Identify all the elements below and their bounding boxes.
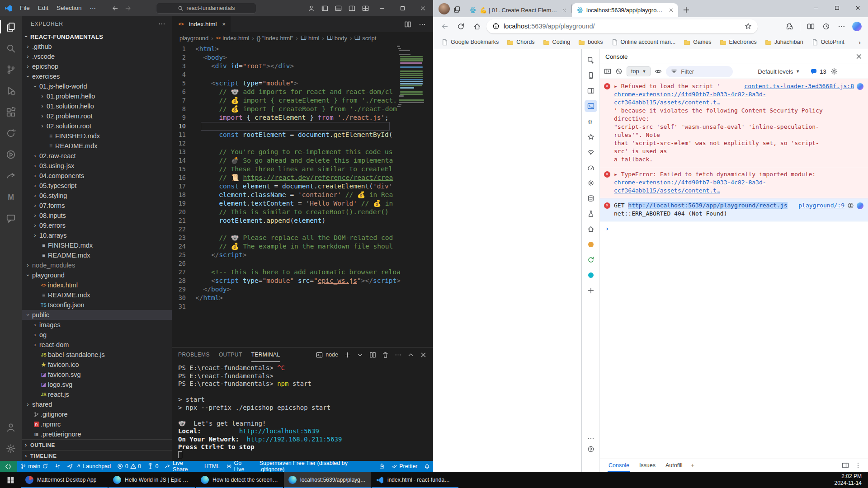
status-git-branch[interactable]: main <box>17 461 52 472</box>
close-panel-icon[interactable] <box>420 352 427 358</box>
code-line[interactable]: 7 // 💰 import { createElement } from './… <box>172 96 433 105</box>
activity-source-control[interactable] <box>0 59 22 80</box>
tree-item[interactable]: .gitignore <box>22 409 172 419</box>
code-line[interactable]: 31 <box>172 302 433 311</box>
breadcrumb-segment[interactable]: body <box>327 35 347 42</box>
reload-page-icon[interactable] <box>454 19 467 33</box>
code-line[interactable]: 25 </script> <box>172 251 433 259</box>
tree-item[interactable]: ›02.solution.root <box>22 121 172 131</box>
status-notifications[interactable] <box>421 461 434 472</box>
devtool-refresh-tools[interactable] <box>585 253 597 266</box>
minimize-window[interactable] <box>806 0 826 15</box>
code-editor[interactable]: 1<html>2 <body>3 <div id="root"></div>45… <box>172 44 433 347</box>
code-line[interactable]: 1<html> <box>172 45 433 53</box>
tree-item[interactable]: ›node_modules <box>22 260 172 270</box>
browser-tab-2[interactable]: localhost:5639/app/playground/ <box>572 3 678 17</box>
tree-item[interactable]: JSreact.js <box>22 389 172 399</box>
terminal-output[interactable]: PS E:\react-fundamentals> ^CPS E:\react-… <box>172 362 433 461</box>
explorer-root-folder[interactable]: › REACT-FUNDAMENTALS <box>22 32 172 42</box>
tree-item[interactable]: ›react-dom <box>22 340 172 350</box>
quickview-add-icon[interactable]: + <box>688 462 698 469</box>
tree-item[interactable]: ›.github <box>22 42 172 52</box>
menu-edit[interactable]: Edit <box>34 3 52 13</box>
devtool-welcome[interactable] <box>585 223 597 235</box>
taskbar-item[interactable]: index.html - react-fundamentals -... <box>372 472 458 488</box>
tree-item[interactable]: ›01.solution.hello <box>22 101 172 111</box>
activity-search[interactable] <box>0 38 22 59</box>
tree-item[interactable]: n.npmrc <box>22 419 172 429</box>
maximize-window[interactable] <box>392 0 413 16</box>
favorite-star-icon[interactable] <box>745 23 752 30</box>
code-line[interactable]: 17 const element = document.createElemen… <box>172 182 433 191</box>
close-tab-icon[interactable]: × <box>222 21 226 28</box>
message-link[interactable]: chrome-extension://4fd90fb7-b033-4c82-8a… <box>614 179 766 194</box>
breadcrumb-segment[interactable]: {} "index.html" <box>257 35 293 42</box>
minimap[interactable] <box>397 46 426 110</box>
code-line[interactable]: 15 // These three lines are similar to c… <box>172 165 433 174</box>
status-prettier[interactable]: Prettier <box>388 461 421 472</box>
code-line[interactable]: 26 <box>172 259 433 268</box>
more-actions-icon[interactable] <box>395 352 401 358</box>
devtool-console[interactable] <box>585 100 597 112</box>
code-line[interactable]: 16 // 📜 https://react.dev/reference/reac… <box>172 174 433 182</box>
status-supermaven[interactable]: Supermaven Free Tier (disabled by .gitig… <box>256 461 376 472</box>
code-line[interactable]: 5 <script type="module"> <box>172 79 433 88</box>
status-language-mode[interactable]: HTML <box>201 461 223 472</box>
log-levels-selector[interactable]: Default levels▼ <box>758 68 800 75</box>
quickview-tab-issues[interactable]: Issues <box>634 459 660 472</box>
message-link[interactable]: chrome-extension://4fd90fb7-b033-4c82-8a… <box>614 91 766 106</box>
menu-selection[interactable]: Selection <box>52 3 86 13</box>
issues-counter[interactable]: 13 <box>810 68 826 75</box>
editor-more-actions-icon[interactable] <box>419 21 426 28</box>
menu-more[interactable]: ⋯ <box>86 3 100 13</box>
menu-file[interactable]: File <box>16 3 34 13</box>
start-button[interactable] <box>0 472 21 488</box>
go-back-icon[interactable] <box>438 19 451 33</box>
code-line[interactable]: 24 // 💰 The example in the markdown file… <box>172 242 433 251</box>
copilot-explain-icon[interactable] <box>857 83 863 90</box>
breadcrumb-segment[interactable]: <>index.html <box>216 35 250 42</box>
bookmark-item[interactable]: Juhachiban <box>761 37 807 47</box>
bookmark-item[interactable]: Chords <box>503 37 538 47</box>
context-selector[interactable]: top▼ <box>627 66 651 76</box>
history-icon[interactable] <box>819 19 833 33</box>
quickview-more-icon[interactable] <box>854 462 862 469</box>
source-link[interactable]: content.ts-loader-3ed3668f.js:8 <box>744 82 854 90</box>
toggle-secondary-sidebar-icon[interactable] <box>345 0 359 16</box>
code-line[interactable]: 20 // This is similar to createRoot().re… <box>172 208 433 216</box>
code-line[interactable]: 10 <box>172 122 433 131</box>
dock-side-icon[interactable] <box>842 462 849 469</box>
devtool-network[interactable] <box>585 146 597 158</box>
clear-console-icon[interactable] <box>615 68 623 75</box>
code-line[interactable]: 6 // 🐨 add imports for react and react-d… <box>172 88 433 96</box>
split-terminal-icon[interactable] <box>369 352 376 358</box>
go-forward-icon[interactable] <box>125 5 132 12</box>
code-line[interactable]: 4 <box>172 70 433 79</box>
maximize-panel-icon[interactable] <box>407 352 414 358</box>
close-window[interactable] <box>847 0 868 15</box>
code-line[interactable]: 12 <box>172 139 433 148</box>
taskbar-item[interactable]: Hello World in JS | Epic React by K... <box>108 472 195 488</box>
tree-item[interactable]: ›public <box>22 310 172 320</box>
tree-item[interactable]: ›05.typescript <box>22 181 172 191</box>
command-center-search[interactable]: react-fundamentals <box>156 3 256 14</box>
quickview-tab-console[interactable]: Console <box>604 459 634 472</box>
status-go-live[interactable]: Go Live <box>223 461 256 472</box>
devtool-device-emulation[interactable] <box>585 69 597 81</box>
bookmark-item[interactable]: books <box>575 37 606 47</box>
terminal-instance[interactable]: node <box>316 352 338 358</box>
devtool-cookies[interactable] <box>585 238 597 250</box>
activity-run-and-debug[interactable] <box>0 80 22 101</box>
tree-item[interactable]: ★favicon.ico <box>22 360 172 370</box>
tree-item[interactable]: ›01.problem.hello <box>22 91 172 101</box>
minimize-window[interactable] <box>372 0 392 16</box>
new-terminal-icon[interactable] <box>344 352 351 358</box>
more-tools-icon[interactable] <box>587 435 594 442</box>
profile-avatar[interactable] <box>439 3 450 14</box>
tree-item[interactable]: ›02.problem.root <box>22 111 172 121</box>
code-line[interactable]: 19 element.textContent = 'Hello World' /… <box>172 199 433 208</box>
activity-live-share[interactable] <box>0 122 22 144</box>
tab-actions-icon[interactable] <box>453 6 461 13</box>
tree-item[interactable]: ›shared <box>22 399 172 409</box>
tree-item[interactable]: ›.vscode <box>22 52 172 61</box>
